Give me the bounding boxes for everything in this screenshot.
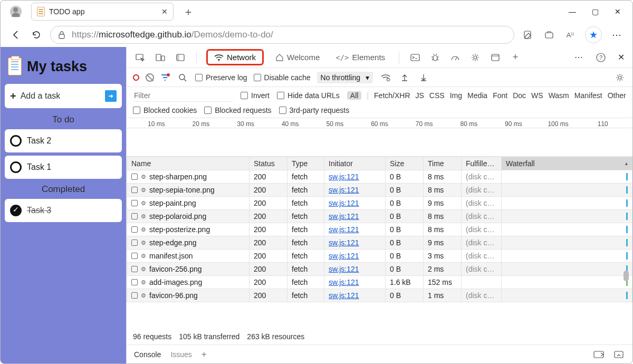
table-row[interactable]: ⚙step-edge.png200fetchsw.js:1210 B9 ms(d… (127, 236, 632, 250)
column-status[interactable]: Status (250, 157, 287, 170)
initiator-link[interactable]: sw.js:121 (329, 265, 359, 273)
dock-icon[interactable] (174, 51, 187, 64)
refresh-button[interactable] (30, 28, 43, 41)
network-conditions-icon[interactable] (379, 71, 392, 84)
type-filter-wasm[interactable]: Wasm (549, 91, 569, 100)
table-row[interactable]: ⚙manifest.json200fetchsw.js:1210 B3 ms(d… (127, 250, 632, 263)
task-item[interactable]: Task 2 (5, 129, 122, 152)
row-checkbox[interactable] (131, 253, 138, 259)
row-checkbox[interactable] (131, 292, 138, 299)
drawer-tab-issues[interactable]: Issues (170, 350, 191, 359)
address-bar[interactable]: https://microsoftedge.github.io/Demos/de… (50, 26, 514, 44)
filter-input[interactable] (133, 89, 233, 102)
table-row[interactable]: ⚙add-images.png200fetchsw.js:1211.6 kB15… (127, 276, 632, 289)
row-checkbox[interactable] (131, 213, 138, 219)
upload-har-icon[interactable] (398, 71, 411, 84)
disable-cache-checkbox[interactable]: Disable cache (254, 73, 311, 82)
column-initiator[interactable]: Initiator (324, 157, 386, 170)
menu-button[interactable]: ⋯ (610, 28, 623, 41)
search-icon[interactable] (176, 71, 189, 84)
column-waterfall[interactable]: Waterfall (502, 157, 632, 170)
throttling-select[interactable]: No throttling▾ (317, 72, 373, 83)
console-icon[interactable] (409, 51, 421, 64)
new-tab-button[interactable]: ＋ (183, 5, 194, 19)
more-icon[interactable]: ⋯ (572, 51, 585, 64)
row-checkbox[interactable] (131, 240, 138, 246)
expand-drawer-icon[interactable] (612, 348, 625, 361)
column-size[interactable]: Size (386, 157, 424, 170)
add-task-input[interactable]: + Add a task ➜ (5, 84, 122, 108)
tab-elements[interactable]: </> Elements (331, 50, 389, 65)
initiator-link[interactable]: sw.js:121 (329, 225, 359, 234)
column-name[interactable]: Name (127, 157, 250, 170)
close-tab-icon[interactable]: ✕ (161, 7, 168, 16)
table-row[interactable]: ⚙step-polaroid.png200fetchsw.js:1210 B8 … (127, 210, 632, 223)
drawer-issues-icon[interactable] (592, 348, 605, 361)
edit-icon[interactable] (522, 28, 534, 41)
blocked-requests-checkbox[interactable]: Blocked requests (204, 106, 271, 114)
device-emulation-icon[interactable] (154, 51, 167, 64)
row-checkbox[interactable] (131, 200, 138, 206)
close-window-icon[interactable]: ✕ (615, 7, 621, 16)
type-filter-doc[interactable]: Doc (513, 91, 526, 100)
table-row[interactable]: ⚙favicon-256.png200fetchsw.js:1210 B2 ms… (127, 263, 632, 276)
type-filter-js[interactable]: JS (416, 91, 424, 100)
drawer-tab-console[interactable]: Console (134, 350, 161, 359)
browser-tab[interactable]: TODO app ✕ (31, 3, 174, 21)
settings-gear-icon[interactable] (469, 51, 482, 64)
type-filter-fetch/xhr[interactable]: Fetch/XHR (374, 91, 410, 100)
task-item[interactable]: Task 3 (5, 199, 122, 222)
initiator-link[interactable]: sw.js:121 (329, 252, 359, 260)
initiator-link[interactable]: sw.js:121 (329, 291, 359, 300)
checkbox-icon[interactable] (10, 161, 22, 173)
scrollbar-thumb[interactable] (624, 271, 629, 281)
initiator-link[interactable]: sw.js:121 (329, 199, 359, 207)
read-aloud-icon[interactable]: A⁾⁾ (564, 28, 577, 41)
initiator-link[interactable]: sw.js:121 (329, 238, 359, 247)
tab-network[interactable]: Network (206, 49, 264, 65)
back-button[interactable] (10, 28, 23, 41)
close-devtools-icon[interactable]: ✕ (615, 51, 627, 64)
maximize-icon[interactable]: ▢ (592, 7, 599, 16)
table-row[interactable]: ⚙step-posterize.png200fetchsw.js:1210 B8… (127, 223, 632, 236)
initiator-link[interactable]: sw.js:121 (329, 212, 359, 221)
initiator-link[interactable]: sw.js:121 (329, 173, 359, 181)
favorite-button[interactable]: ★ (585, 26, 602, 43)
performance-icon[interactable] (449, 51, 462, 64)
hide-data-urls-checkbox[interactable]: Hide data URLs (277, 91, 340, 100)
inspect-icon[interactable] (134, 51, 147, 64)
timeline-overview[interactable] (127, 128, 632, 157)
help-icon[interactable]: ? (594, 51, 607, 64)
third-party-checkbox[interactable]: 3rd-party requests (279, 106, 350, 114)
column-type[interactable]: Type (287, 157, 324, 170)
column-fulfilled…[interactable]: Fulfilled… (462, 157, 502, 170)
blocked-cookies-checkbox[interactable]: Blocked cookies (133, 106, 197, 114)
row-checkbox[interactable] (131, 226, 138, 233)
profile-avatar[interactable] (10, 6, 22, 17)
table-row[interactable]: ⚙step-sepia-tone.png200fetchsw.js:1210 B… (127, 184, 632, 197)
table-row[interactable]: ⚙step-sharpen.png200fetchsw.js:1210 B8 m… (127, 170, 632, 184)
table-row[interactable]: ⚙step-paint.png200fetchsw.js:1210 B9 ms(… (127, 197, 632, 210)
checkbox-icon[interactable] (10, 135, 22, 147)
type-filter-css[interactable]: CSS (429, 91, 445, 100)
row-checkbox[interactable] (131, 266, 138, 272)
record-button[interactable] (133, 74, 139, 81)
type-filter-manifest[interactable]: Manifest (574, 91, 602, 100)
row-checkbox[interactable] (131, 174, 138, 180)
checkbox-checked-icon[interactable] (10, 205, 22, 216)
initiator-link[interactable]: sw.js:121 (329, 278, 359, 286)
preserve-log-checkbox[interactable]: Preserve log (195, 73, 247, 82)
add-panel-icon[interactable]: + (509, 51, 522, 64)
column-time[interactable]: Time (424, 157, 462, 170)
clear-button[interactable] (146, 73, 154, 82)
type-filter-media[interactable]: Media (467, 91, 487, 100)
collections-icon[interactable] (543, 28, 555, 41)
type-filter-all[interactable]: All (347, 91, 362, 100)
download-har-icon[interactable] (417, 71, 430, 84)
task-item[interactable]: Task 1 (5, 156, 122, 179)
minimize-icon[interactable]: — (569, 7, 576, 16)
invert-checkbox[interactable]: Invert (241, 91, 270, 100)
type-filter-ws[interactable]: WS (531, 91, 543, 100)
row-checkbox[interactable] (131, 187, 138, 193)
submit-task-button[interactable]: ➜ (105, 90, 117, 102)
